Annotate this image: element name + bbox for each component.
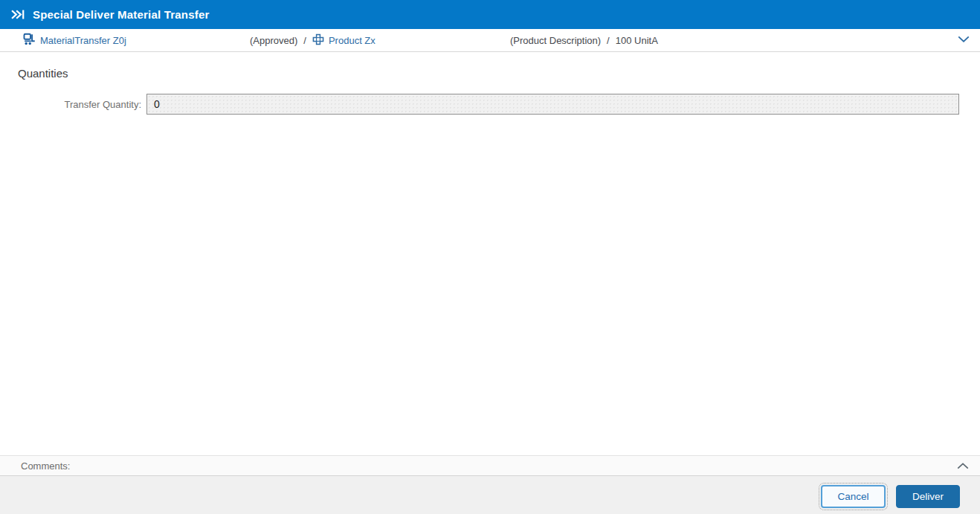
transfer-quantity-input[interactable] <box>146 94 959 115</box>
comments-label: Comments: <box>21 460 70 472</box>
page-title: Special Deliver Material Transfer <box>33 8 210 21</box>
special-deliver-material-transfer-window: Special Deliver Material Transfer Materi… <box>0 0 980 514</box>
quantity-summary: 100 UnitA <box>616 35 658 46</box>
chevron-down-icon[interactable] <box>957 35 970 43</box>
title-bar: Special Deliver Material Transfer <box>0 0 980 29</box>
comments-bar[interactable]: Comments: <box>0 455 980 476</box>
quantities-section-title: Quantities <box>18 67 68 80</box>
description-quantity-group: (Product Description) / 100 UnitA <box>510 29 658 51</box>
product-description: (Product Description) <box>510 35 601 46</box>
breadcrumb-separator: / <box>605 35 611 46</box>
forklift-icon <box>23 33 36 48</box>
chevron-up-icon[interactable] <box>956 462 970 470</box>
cancel-button[interactable]: Cancel <box>821 485 886 508</box>
material-transfer-entity[interactable]: MaterialTransfer Z0j <box>23 29 126 51</box>
status-badge: (Approved) <box>250 35 297 46</box>
deliver-button[interactable]: Deliver <box>896 485 960 508</box>
breadcrumb-separator: / <box>302 35 308 46</box>
status-product-group: (Approved) / Product Zx <box>250 29 375 51</box>
product-link[interactable]: Product Zx <box>329 35 375 46</box>
transfer-quantity-label: Transfer Quantity: <box>0 99 141 110</box>
context-bar: MaterialTransfer Z0j (Approved) / Produc… <box>0 29 980 52</box>
action-footer: Cancel Deliver <box>0 476 980 514</box>
product-icon <box>312 33 324 48</box>
double-chevron-bar-icon <box>10 7 25 22</box>
material-transfer-link[interactable]: MaterialTransfer Z0j <box>40 35 126 46</box>
